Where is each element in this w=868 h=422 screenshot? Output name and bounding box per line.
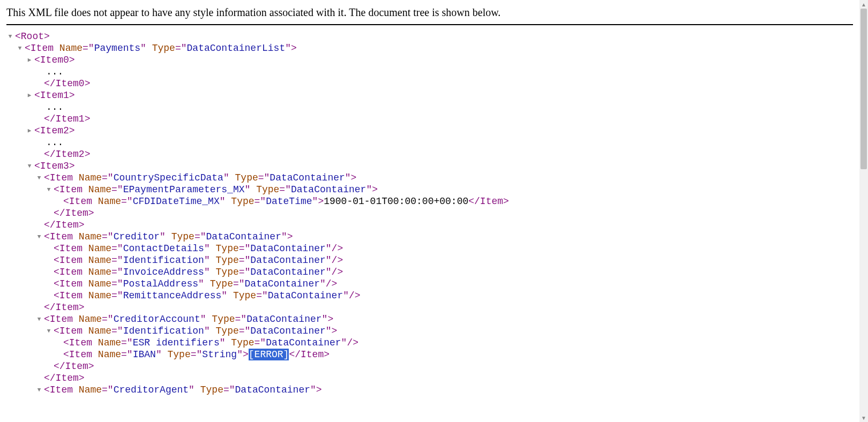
chevron-down-icon[interactable]: ▼ (35, 231, 43, 243)
xml-tree: ▼ <Root> ▼ <Item Name="Payments" Type="D… (6, 31, 853, 396)
no-style-message: This XML file does not appear to have an… (6, 4, 853, 25)
chevron-down-icon[interactable]: ▼ (35, 313, 43, 325)
creditor-child-node[interactable]: <Item Name="Identification" Type="DataCo… (6, 254, 853, 266)
creditor-agent-node[interactable]: ▼ <Item Name="CreditorAgent" Type="DataC… (6, 384, 853, 396)
item2-open[interactable]: ▶ <Item2> (6, 125, 853, 137)
item0-close: </Item0> (6, 78, 853, 89)
item1-close: </Item1> (6, 113, 853, 125)
scroll-down-icon[interactable]: ▼ (859, 413, 868, 422)
chevron-down-icon[interactable]: ▼ (45, 184, 53, 195)
epayment-params-node[interactable]: ▼ <Item Name="EPaymentParameters_MX" Typ… (6, 184, 853, 195)
vertical-scrollbar[interactable]: ▲ ▼ (859, 0, 868, 422)
scroll-up-icon[interactable]: ▲ (859, 0, 868, 9)
cfdi-value: 1900-01-01T00:00:00+00:00 (324, 195, 468, 207)
chevron-down-icon[interactable]: ▼ (45, 325, 53, 337)
country-specific-data-node[interactable]: ▼ <Item Name="CountrySpecificData" Type=… (6, 172, 853, 184)
identification-node[interactable]: ▼ <Item Name="Identification" Type="Data… (6, 325, 853, 337)
chevron-right-icon[interactable]: ▶ (26, 125, 33, 137)
item2-ellipsis: ... (6, 137, 853, 148)
item3-open[interactable]: ▼ <Item3> (6, 160, 853, 172)
scrollbar-thumb[interactable] (860, 9, 867, 169)
item1-open[interactable]: ▶ <Item1> (6, 89, 853, 101)
creditor-account-node[interactable]: ▼ <Item Name="CreditorAccount" Type="Dat… (6, 313, 853, 325)
cfdi-datetime-node[interactable]: <Item Name="CFDIDateTime_MX" Type="DateT… (6, 195, 853, 207)
creditor-child-node[interactable]: <Item Name="ContactDetails" Type="DataCo… (6, 243, 853, 254)
item1-ellipsis: ... (6, 101, 853, 113)
csd-close: </Item> (6, 219, 853, 231)
chevron-right-icon[interactable]: ▶ (26, 89, 33, 101)
identification-close: </Item> (6, 360, 853, 372)
esr-identifiers-node[interactable]: <Item Name="ESR identifiers" Type="DataC… (6, 337, 853, 349)
chevron-down-icon[interactable]: ▼ (26, 160, 33, 172)
epayment-close: </Item> (6, 207, 853, 219)
chevron-down-icon[interactable]: ▼ (35, 172, 43, 184)
item0-ellipsis: ... (6, 66, 853, 78)
creditor-account-close: </Item> (6, 372, 853, 384)
creditor-child-node[interactable]: <Item Name="RemittanceAddress" Type="Dat… (6, 290, 853, 302)
chevron-down-icon[interactable]: ▼ (16, 42, 24, 54)
item0-open[interactable]: ▶ <Item0> (6, 54, 853, 66)
chevron-down-icon[interactable]: ▼ (6, 31, 14, 42)
payments-node[interactable]: ▼ <Item Name="Payments" Type="DataContai… (6, 42, 853, 54)
chevron-down-icon[interactable]: ▼ (35, 384, 43, 396)
scrollbar-track[interactable] (859, 9, 868, 413)
creditor-close: </Item> (6, 302, 853, 313)
iban-error-value[interactable]: [ERROR] (249, 349, 289, 360)
iban-node[interactable]: <Item Name="IBAN" Type="String">[ERROR]<… (6, 349, 853, 360)
item2-close: </Item2> (6, 148, 853, 160)
root-node[interactable]: ▼ <Root> (6, 31, 853, 42)
creditor-node[interactable]: ▼ <Item Name="Creditor" Type="DataContai… (6, 231, 853, 243)
chevron-right-icon[interactable]: ▶ (26, 54, 33, 66)
creditor-child-node[interactable]: <Item Name="PostalAddress" Type="DataCon… (6, 278, 853, 290)
xml-tree-viewport[interactable]: This XML file does not appear to have an… (0, 0, 859, 422)
creditor-child-node[interactable]: <Item Name="InvoiceAddress" Type="DataCo… (6, 266, 853, 278)
